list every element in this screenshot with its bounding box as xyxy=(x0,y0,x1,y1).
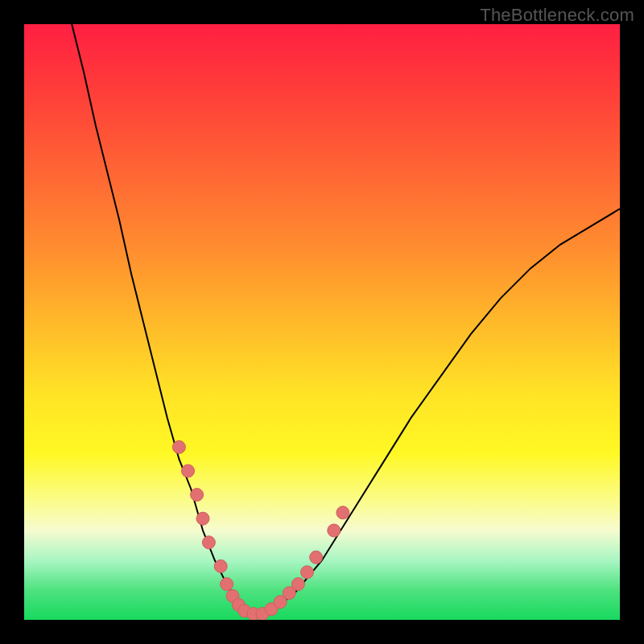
marker-group xyxy=(172,440,349,620)
marker-point xyxy=(328,524,341,537)
marker-point xyxy=(191,489,204,502)
marker-point xyxy=(301,566,314,579)
marker-point xyxy=(310,551,323,564)
marker-point xyxy=(291,578,304,591)
plot-area xyxy=(24,24,620,620)
marker-point xyxy=(221,578,233,591)
marker-point xyxy=(172,440,185,453)
bottleneck-curve xyxy=(72,24,620,614)
marker-point xyxy=(214,559,227,572)
marker-point xyxy=(196,512,209,525)
marker-point xyxy=(182,464,195,477)
marker-point xyxy=(336,506,349,519)
watermark-text: TheBottleneck.com xyxy=(480,5,634,26)
chart-frame: TheBottleneck.com xyxy=(0,0,644,644)
marker-point xyxy=(202,536,215,549)
curve-svg xyxy=(24,24,620,620)
